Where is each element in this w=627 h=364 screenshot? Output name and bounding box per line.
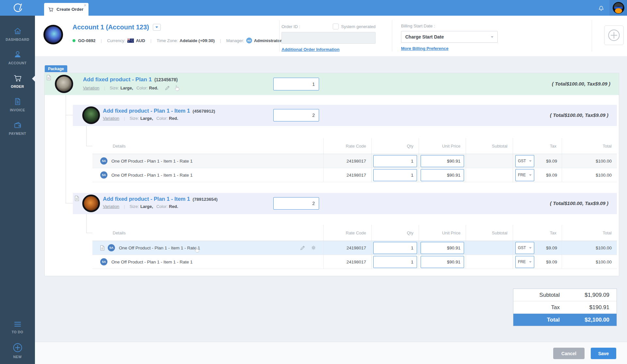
item-title-link[interactable]: Add fixed product - Plan 1 - Item 1 (103, 108, 190, 114)
add-product-button[interactable] (604, 25, 624, 45)
edit-pencil-icon[interactable] (165, 86, 170, 90)
manager-label: Manager: (226, 38, 244, 43)
tab-close-icon[interactable]: × (84, 3, 87, 8)
qty-input[interactable] (373, 256, 417, 268)
manager-name: Administrator (254, 38, 282, 43)
size-value: Large, (121, 86, 133, 90)
system-generated-checkbox[interactable] (333, 24, 339, 29)
product-image[interactable] (82, 106, 100, 124)
hand-pointer-icon (174, 85, 179, 91)
chevron-down-icon (529, 160, 532, 162)
australia-flag-icon (127, 39, 134, 43)
summary-total-row: Total $2,100.00 (513, 313, 617, 326)
chevron-down-icon (529, 261, 532, 263)
row-total: $100.00 (562, 241, 617, 255)
settings-gear-icon[interactable] (311, 245, 316, 250)
color-label: Color: (156, 204, 168, 209)
tax-code-select[interactable]: GST (515, 155, 534, 167)
document-icon[interactable] (47, 75, 51, 80)
sidebar-item-account[interactable]: ACCOUNT (0, 50, 35, 71)
color-value: Red. (169, 116, 178, 121)
sa-badge: SA (100, 157, 107, 165)
order-id-input[interactable] (281, 32, 376, 44)
sidebar-item-payment[interactable]: PAYMENT (0, 121, 35, 141)
bell-icon (598, 4, 605, 12)
col-header-total: Total (562, 225, 617, 241)
tax-code-select[interactable]: GST (515, 242, 534, 254)
unit-price-input[interactable] (421, 242, 464, 254)
notifications-bell[interactable] (598, 4, 605, 12)
user-avatar[interactable] (613, 2, 624, 14)
item-product-id: (789123654) (193, 197, 218, 202)
edit-pencil-icon[interactable] (300, 245, 305, 250)
sidebar-item-new[interactable]: NEW (0, 343, 35, 363)
account-name-link[interactable]: Account 1 (Account 123) (72, 24, 149, 31)
color-value: Red. (149, 86, 158, 90)
tax-amount: $9.09 (546, 173, 562, 178)
tax-code-value: GST (518, 159, 526, 163)
product-image[interactable] (82, 195, 100, 212)
col-header-tax: Tax (513, 225, 562, 241)
app-logo[interactable] (0, 0, 35, 16)
rate-name: One Off Product - Plan 1 - Item 1 - Rate… (111, 260, 193, 264)
cart-icon (48, 7, 54, 12)
summary-total-value: $2,100.00 (560, 317, 617, 323)
sidebar-item-label: ORDER (11, 85, 24, 88)
sidebar: DASHBOARD ACCOUNT ORDER $ INVOICE (0, 16, 35, 364)
sidebar-item-todo[interactable]: TO DO (0, 321, 35, 341)
col-header-unit-price: Unit Price (419, 225, 466, 241)
sidebar-item-order[interactable]: ORDER (0, 74, 35, 94)
timezone-label: Time Zone: (157, 38, 178, 43)
variation-link[interactable]: Variation (103, 116, 119, 121)
billing-start-date-select[interactable]: Charge Start Date (401, 31, 498, 43)
tab-create-order[interactable]: Create Order × (44, 3, 88, 16)
account-avatar[interactable] (43, 25, 63, 44)
qty-input[interactable] (373, 242, 417, 254)
summary-label: Tax (513, 304, 560, 311)
cancel-button[interactable]: Cancel (553, 348, 585, 359)
item-qty-input[interactable] (273, 109, 319, 121)
save-button[interactable]: Save (591, 348, 616, 359)
item-qty-input[interactable] (273, 197, 319, 210)
summary-label: Subtotal (513, 292, 560, 298)
more-billing-preference-link[interactable]: More Billing Preference (401, 46, 448, 51)
unit-price-input[interactable] (421, 155, 464, 167)
billing-section: Billing Start Date : Charge Start Date M… (401, 24, 498, 51)
rate-code: 24198017 (323, 154, 371, 168)
qty-input[interactable] (373, 155, 417, 167)
size-label: Size: (130, 116, 139, 121)
subtotal-cell (466, 241, 513, 255)
sidebar-item-label: DASHBOARD (6, 38, 29, 41)
hand-pointer-icon (194, 246, 199, 253)
unit-price-input[interactable] (421, 169, 464, 181)
sidebar-item-dashboard[interactable]: DASHBOARD (0, 27, 35, 47)
sidebar-item-invoice[interactable]: $ INVOICE (0, 97, 35, 118)
document-icon[interactable] (75, 196, 79, 201)
col-header-details: Details (92, 138, 323, 154)
additional-order-info-link[interactable]: Additional Order Information (281, 47, 340, 52)
size-label: Size: (130, 204, 139, 209)
col-header-total: Total (562, 138, 617, 154)
tax-code-select[interactable]: FRE (515, 256, 534, 268)
order-id-section: Order ID : System generated Additional O… (281, 24, 376, 52)
document-icon[interactable] (100, 245, 104, 251)
product-image[interactable] (55, 75, 73, 93)
cart-icon (13, 74, 22, 82)
package-title-link[interactable]: Add fixed product - Plan 1 (83, 76, 152, 83)
variation-link[interactable]: Variation (103, 204, 119, 209)
rate-code: 24198017 (323, 168, 371, 182)
home-icon (13, 27, 22, 35)
unit-price-input[interactable] (421, 256, 464, 268)
variation-link[interactable]: Variation (83, 86, 99, 90)
account-dropdown-button[interactable] (153, 24, 161, 31)
tax-code-select[interactable]: FRE (515, 169, 534, 181)
package-qty-input[interactable] (273, 78, 319, 90)
table-header-row: Details Rate Code Qty Unit Price Subtota… (92, 138, 617, 154)
subtotal-cell (466, 168, 513, 182)
item-title-link[interactable]: Add fixed product - Plan 1 - Item 1 (103, 196, 190, 202)
tax-amount: $9.09 (546, 260, 562, 264)
qty-input[interactable] (373, 169, 417, 181)
svg-text:$: $ (16, 99, 18, 101)
size-value: Large, (140, 204, 153, 209)
divider (279, 20, 280, 52)
